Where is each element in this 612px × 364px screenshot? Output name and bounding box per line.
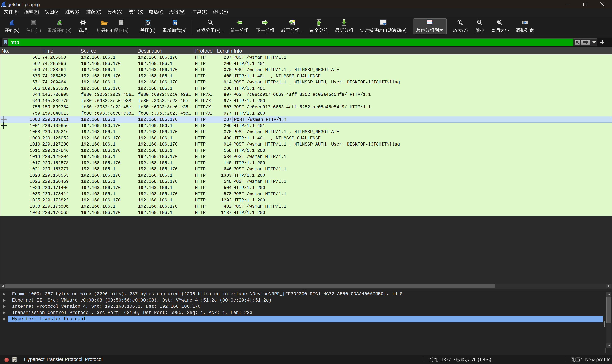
svg-text:010: 010 (13, 358, 16, 359)
svg-text:0011: 0011 (120, 24, 123, 25)
